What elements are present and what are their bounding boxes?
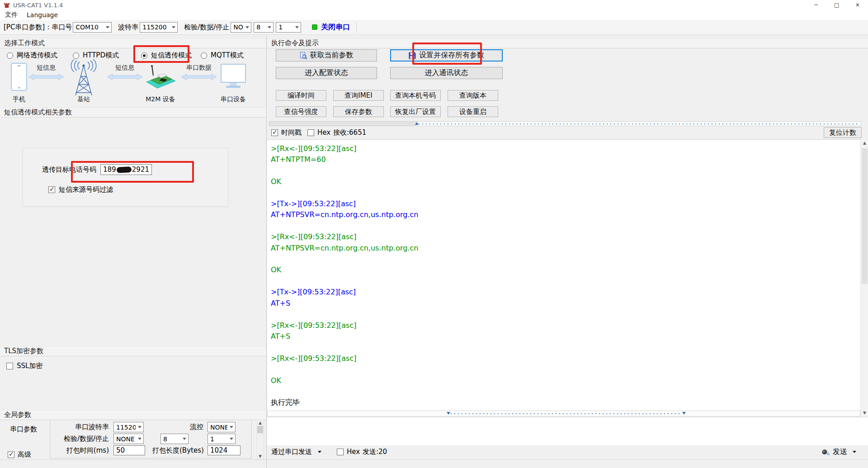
enter-comm-button[interactable]: 进入通讯状态 <box>390 67 503 79</box>
scroll-up-icon[interactable]: ▲ <box>861 141 868 145</box>
chevron-down-icon <box>172 26 175 28</box>
double-arrow-icon <box>28 73 64 81</box>
phone-icon <box>11 63 27 91</box>
gp-flow-select[interactable]: NONE <box>208 422 236 432</box>
gp-packlen-input[interactable]: 1024 <box>208 445 241 455</box>
log-line <box>271 342 860 353</box>
send-via-serial-dropdown[interactable]: 通过串口发送 <box>271 448 321 456</box>
query-version-button[interactable]: 查询版本 <box>448 90 498 101</box>
databits-select[interactable]: 8 <box>254 22 274 33</box>
scroll-thumb[interactable] <box>862 148 868 284</box>
recv-count: 接收:6651 <box>333 128 366 137</box>
radio-selected-icon <box>141 52 147 59</box>
enter-config-button[interactable]: 进入配置状态 <box>276 67 377 79</box>
log-line: AT+S <box>271 331 860 342</box>
log-line: AT+NTPTM=60 <box>271 154 860 165</box>
send-button[interactable]: 发送 <box>821 447 856 457</box>
serial-device-icon <box>221 64 246 83</box>
monitor-base <box>226 86 241 88</box>
left-panel: 选择工作模式 网络透传模式 HTTPD模式 短信透传模式 MQTT模式 手机 短… <box>0 35 267 468</box>
sms-params-box: 透传目标电话号码 189 2921 短信来源号码过滤 <box>23 148 228 207</box>
baud-select[interactable]: 115200 <box>140 22 178 33</box>
query-signal-button[interactable]: 查信号强度 <box>276 106 326 117</box>
gp-parity-label: 检验/数据/停止 <box>50 434 109 444</box>
compile-time-button[interactable]: 编译时间 <box>276 90 326 101</box>
radio-net-mode[interactable]: 网络透传模式 <box>7 51 57 60</box>
advanced-checkbox[interactable]: 高级 <box>8 450 31 459</box>
checkbox-checked-icon <box>271 129 278 136</box>
radio-icon <box>73 52 79 59</box>
menu-bar: 文件 Language <box>0 10 868 20</box>
scroll-down-icon[interactable]: ▼ <box>259 454 262 459</box>
send-input-area[interactable] <box>267 417 868 445</box>
get-params-icon <box>300 52 307 59</box>
double-arrow-icon <box>107 73 143 81</box>
chevron-down-icon <box>318 451 321 453</box>
log-line: OK <box>271 265 860 275</box>
reset-count-button[interactable]: 复位计数 <box>824 127 862 138</box>
save-all-params-button[interactable]: 设置并保存所有参数 <box>390 49 503 61</box>
parity-select[interactable]: NONI <box>231 22 251 33</box>
menu-file[interactable]: 文件 <box>5 11 18 19</box>
log-output[interactable]: >[Rx<-][09:53:22][asc]AT+NTPTM=60 OK >[T… <box>267 139 860 411</box>
factory-reset-button[interactable]: 恢复出厂设置 <box>390 106 441 117</box>
query-imei-button[interactable]: 查询IMEI <box>333 90 384 101</box>
send-icon <box>821 449 830 456</box>
scroll-down-icon[interactable]: ▼ <box>861 411 868 415</box>
chevron-down-icon <box>853 451 856 453</box>
log-hscrollbar-bottom[interactable] <box>267 411 860 416</box>
stopbits-select[interactable]: 1 <box>276 22 301 33</box>
chevron-down-icon <box>245 26 249 28</box>
chevron-down-icon <box>106 26 109 28</box>
log-line <box>271 386 860 397</box>
phone-number-input[interactable]: 189 2921 <box>100 164 152 175</box>
chevron-down-icon <box>183 438 186 440</box>
hex-display-checkbox[interactable]: Hex <box>307 128 330 137</box>
maximize-button[interactable]: □ <box>826 0 847 10</box>
chevron-down-icon <box>138 438 142 440</box>
minimize-button[interactable]: ─ <box>806 0 826 10</box>
gp-parity-select[interactable]: NONE <box>113 434 144 444</box>
hex-send-checkbox[interactable]: Hex <box>337 448 360 456</box>
gp-packtime-input[interactable]: 50 <box>113 445 145 455</box>
get-params-button[interactable]: 获取当前参数 <box>276 49 377 61</box>
log-line: >[Rx<-][09:53:22][asc] <box>271 353 860 364</box>
scroll-up-icon[interactable]: ▲ <box>259 421 262 425</box>
chevron-down-icon <box>230 438 233 440</box>
menu-language[interactable]: Language <box>27 11 58 19</box>
save-params-button[interactable]: 保存参数 <box>333 106 384 117</box>
timestamp-checkbox[interactable]: 时间戳 <box>271 128 302 137</box>
scroll-thumb[interactable] <box>257 426 263 433</box>
port-open-indicator-icon <box>312 24 317 30</box>
log-vscrollbar[interactable]: ▲ ▼ <box>860 139 868 416</box>
phone-label: 手机 <box>6 95 32 104</box>
chevron-down-icon <box>230 426 233 428</box>
device-restart-button[interactable]: 设备重启 <box>448 106 498 117</box>
gp-stopbits-select[interactable]: 1 <box>208 434 236 444</box>
gp-databits-select[interactable]: 8 <box>160 434 189 444</box>
gp-packlen-label: 打包长度(Bytes) <box>152 445 203 456</box>
monitor-stand <box>230 83 237 86</box>
log-options-row: 时间戳 Hex 接收:6651 <box>267 128 819 138</box>
checkbox-checked-icon <box>8 451 14 458</box>
query-phone-number-button[interactable]: 查询本机号码 <box>390 90 441 101</box>
radio-sms-mode[interactable]: 短信透传模式 <box>141 51 192 60</box>
sms-filter-checkbox[interactable]: 短信来源号码过滤 <box>48 185 113 194</box>
com-port-select[interactable]: COM10 <box>73 22 112 33</box>
global-scrollbar[interactable]: ▲ ▼ <box>256 420 264 459</box>
link2-label: 短信息 <box>107 64 143 72</box>
log-line: AT+NTPSVR=cn.ntp.org.cn,us.ntp.org.cn <box>271 243 860 254</box>
log-line <box>271 188 860 199</box>
pc-serial-label: [PC串口参数]：串口号 <box>4 23 72 32</box>
log-hscrollbar-top[interactable] <box>269 121 861 126</box>
chevron-down-icon <box>268 26 271 28</box>
gp-baud-select[interactable]: 115200 <box>113 422 144 432</box>
log-line: AT+S <box>271 298 860 309</box>
scroll-thumb[interactable] <box>269 122 416 126</box>
close-button[interactable]: ✕ <box>847 0 868 10</box>
radio-mqtt-mode[interactable]: MQTT模式 <box>201 51 244 60</box>
double-arrow-icon <box>181 73 217 81</box>
close-port-button[interactable]: 关闭串口 <box>312 23 350 32</box>
window-controls: ─ □ ✕ <box>806 0 868 10</box>
ssl-checkbox[interactable]: SSL加密 <box>6 362 42 370</box>
